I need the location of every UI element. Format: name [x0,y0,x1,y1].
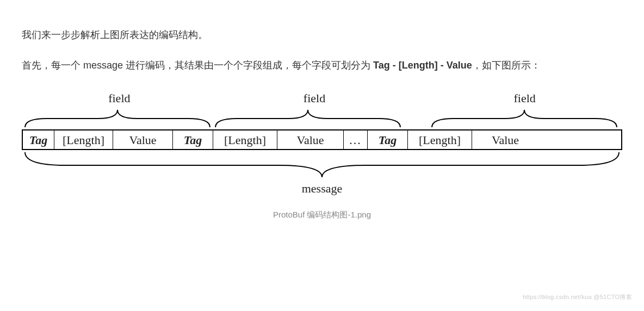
figure-caption: ProtoBuf 编码结构图-1.png [22,210,622,220]
message-label: message [22,182,622,196]
cell-length-1: [Length] [54,130,113,149]
lead-prefix: 首先，每一个 message 进行编码，其结果由一个个字段组成，每个字段可划分为 [22,60,373,71]
bottom-brace [22,150,622,181]
intro-paragraph: 我们来一步步解析上图所表达的编码结构。 [22,25,622,46]
encoding-diagram: field field field Tag [Length] Value Tag… [22,91,622,220]
top-braces [22,105,622,129]
cell-value-1: Value [113,130,173,149]
field-label-3: field [427,91,622,105]
cell-length-2: [Length] [213,130,277,149]
cell-tag-1: Tag [23,130,54,149]
cell-value-2: Value [277,130,344,149]
cell-value-3: Value [472,130,538,149]
cells-row: Tag [Length] Value Tag [Length] Value ..… [22,129,622,150]
cell-length-3: [Length] [408,130,472,149]
lead-suffix: ，如下图所示： [472,60,541,71]
lead-bold: Tag - [Length] - Value [373,60,472,71]
cell-tag-2: Tag [173,130,213,149]
field-labels-row: field field field [22,91,622,105]
cell-dots: ... [344,130,368,149]
dots-spacer [412,91,427,105]
field-label-1: field [22,91,217,105]
field-label-2: field [217,91,412,105]
watermark-text: https://blog.csdn.net/kua @51CTO博客 [523,293,632,301]
cell-tag-3: Tag [368,130,408,149]
lead-paragraph: 首先，每一个 message 进行编码，其结果由一个个字段组成，每个字段可划分为… [22,55,622,76]
